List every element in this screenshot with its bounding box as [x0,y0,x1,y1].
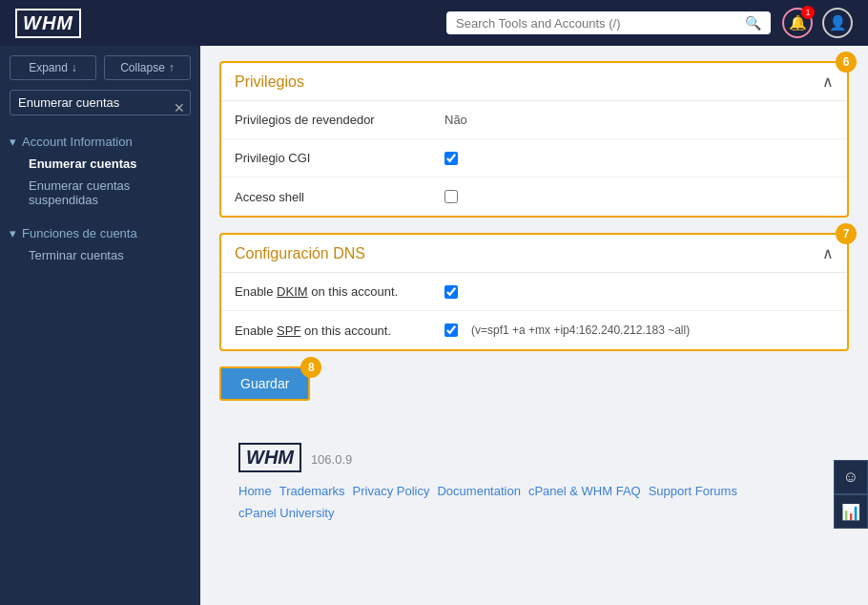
guardar-wrapper: Guardar 8 [219,366,310,420]
sidebar-section-chevron-account: ▾ [10,135,16,149]
sidebar-section-funciones-cuenta: ▾ Funciones de cuenta Terminar cuentas [0,217,200,272]
privilegio-cgi-row: Privilegio CGI [221,139,847,177]
acceso-shell-checkbox[interactable] [444,190,458,203]
footer: WHM 106.0.9 Home Trademarks Privacy Poli… [219,420,849,530]
footer-link-privacy[interactable]: Privacy Policy [353,484,430,498]
privilegios-card-header: Privilegios ∧ [221,63,847,101]
main-layout: Expand ↓ Collapse ↑ ✕ ▾ Account Informat… [0,46,868,605]
sidebar-item-enumerar-cuentas[interactable]: Enumerar cuentas [10,153,191,175]
sidebar-section-title-funciones: Funciones de cuenta [22,226,137,240]
acceso-shell-label: Acceso shell [235,190,444,204]
header: WHM 🔍 🔔 1 👤 [0,0,868,46]
floating-icons: ☺ 📊 [834,460,868,529]
acceso-shell-row: Acceso shell [221,177,847,216]
footer-link-cpanel-faq[interactable]: cPanel & WHM FAQ [528,484,641,498]
dns-collapse-button[interactable]: ∧ [822,244,834,262]
spf-row: Enable SPF on this account. (v=spf1 +a +… [221,311,847,349]
notification-badge: 1 [801,6,815,19]
expand-label: Expand [29,61,68,74]
whm-logo: WHM [15,9,81,38]
footer-link-support-forums[interactable]: Support Forums [649,484,737,498]
footer-link-cpanel-university[interactable]: cPanel University [238,506,334,520]
sidebar-search-input[interactable] [10,90,191,115]
sidebar-section-header-account-information[interactable]: ▾ Account Information [10,131,191,153]
collapse-button[interactable]: Collapse ↑ [104,55,191,80]
dkim-label: Enable DKIM on this account. [235,284,444,299]
footer-link-trademarks[interactable]: Trademarks [279,484,345,498]
privilegios-revendedor-label: Privilegios de revendedor [235,113,444,127]
sidebar-search-container: ✕ [0,90,200,125]
floating-smiley-button[interactable]: ☺ [834,460,868,494]
privilegio-cgi-label: Privilegio CGI [235,151,444,165]
privilegio-cgi-checkbox[interactable] [444,152,458,165]
search-input[interactable] [456,16,739,31]
privilegios-card: 6 Privilegios ∧ Privilegios de revendedo… [219,61,849,218]
privilegios-revendedor-row: Privilegios de revendedor Não [221,101,847,139]
privilegios-revendedor-value: Não [444,113,467,127]
dns-card-header: Configuración DNS ∧ [221,235,847,273]
sidebar-item-terminar-cuentas[interactable]: Terminar cuentas [10,244,191,266]
footer-logo-row: WHM 106.0.9 [238,443,830,472]
privilegio-cgi-checkbox-wrapper [444,152,458,165]
header-icons: 🔔 1 👤 [782,8,853,38]
guardar-badge: 8 [300,357,321,378]
footer-version: 106.0.9 [311,452,352,467]
privilegios-card-badge: 6 [836,52,857,73]
spf-checkbox-wrapper: (v=spf1 +a +mx +ip4:162.240.212.183 ~all… [444,323,690,337]
spf-value-text: (v=spf1 +a +mx +ip4:162.240.212.183 ~all… [471,323,690,337]
footer-logo: WHM [238,443,301,472]
sidebar-section-header-funciones[interactable]: ▾ Funciones de cuenta [10,222,191,244]
sidebar: Expand ↓ Collapse ↑ ✕ ▾ Account Informat… [0,46,200,605]
user-profile-button[interactable]: 👤 [822,8,853,38]
search-bar[interactable]: 🔍 [446,11,771,34]
dns-card-title: Configuración DNS [235,245,365,262]
notification-bell-button[interactable]: 🔔 1 [782,8,813,38]
footer-link-home[interactable]: Home [238,484,272,498]
spf-checkbox[interactable] [444,323,458,337]
collapse-label: Collapse [120,61,165,74]
footer-links: Home Trademarks Privacy Policy Documenta… [238,484,830,520]
privilegios-card-title: Privilegios [235,73,304,91]
sidebar-section-account-information: ▾ Account Information Enumerar cuentas E… [0,125,200,217]
sidebar-section-title-account: Account Information [22,135,133,149]
spf-label: Enable SPF on this account. [235,323,444,338]
dns-card-badge: 7 [836,223,857,244]
sidebar-search-clear-button[interactable]: ✕ [174,101,185,115]
floating-chart-button[interactable]: 📊 [834,494,868,529]
dkim-row: Enable DKIM on this account. [221,273,847,311]
sidebar-expand-collapse-buttons: Expand ↓ Collapse ↑ [0,55,200,90]
expand-button[interactable]: Expand ↓ [10,55,96,80]
dkim-checkbox[interactable] [444,285,458,299]
acceso-shell-checkbox-wrapper [444,190,458,203]
content-area: 6 Privilegios ∧ Privilegios de revendedo… [200,46,868,605]
sidebar-item-enumerar-cuentas-suspendidas[interactable]: Enumerar cuentas suspendidas [10,175,191,211]
dns-card: 7 Configuración DNS ∧ Enable DKIM on thi… [219,233,849,351]
sidebar-section-chevron-funciones: ▾ [10,226,16,240]
dkim-checkbox-wrapper [444,285,458,299]
guardar-button[interactable]: Guardar [219,366,310,401]
footer-link-documentation[interactable]: Documentation [437,484,520,498]
search-icon: 🔍 [745,15,761,31]
collapse-icon: ↑ [169,61,175,74]
expand-icon: ↓ [72,61,77,74]
privilegios-collapse-button[interactable]: ∧ [822,73,834,91]
